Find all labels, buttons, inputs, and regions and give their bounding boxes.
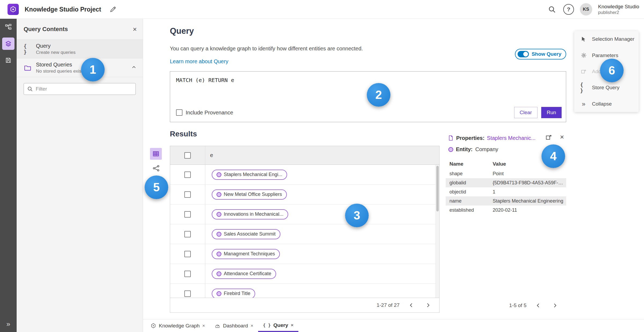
entity-chip[interactable]: Staplers Mechanical Engi... xyxy=(212,170,287,180)
tab-query[interactable]: { } Query × xyxy=(258,319,298,332)
chevron-up-icon[interactable] xyxy=(131,64,137,71)
add-to-map-icon xyxy=(580,69,587,74)
gear-icon xyxy=(580,52,587,58)
sidebar-item-stored-queries[interactable]: Stored Queries No stored queries exist xyxy=(17,58,143,77)
clear-button[interactable]: Clear xyxy=(514,107,537,118)
query-description: You can query a knowledge graph to ident… xyxy=(170,46,363,52)
help-icon[interactable]: ? xyxy=(563,4,574,15)
table-row[interactable]: Managment Techniques xyxy=(170,244,439,264)
filter-input[interactable] xyxy=(24,83,136,95)
property-row: established 2020-02-11 xyxy=(446,206,566,215)
table-row[interactable]: Firebird Title xyxy=(170,284,439,298)
save-icon[interactable] xyxy=(0,52,17,69)
show-query-toggle[interactable]: Show Query xyxy=(515,49,566,59)
braces-icon: { } xyxy=(24,43,32,55)
select-all-checkbox[interactable] xyxy=(184,152,191,159)
entity-chip[interactable]: Sales Associate Summit xyxy=(212,229,280,239)
row-checkbox[interactable] xyxy=(184,191,191,198)
scrollbar-thumb[interactable] xyxy=(436,166,439,211)
entity-chip[interactable]: Managment Techniques xyxy=(212,249,280,259)
user-name: publisher2 xyxy=(598,10,639,15)
table-row[interactable]: Staplers Mechanical Engi... xyxy=(170,165,439,185)
expand-strip-icon[interactable]: » xyxy=(0,318,17,330)
menu-item-store-query[interactable]: { } Store Query xyxy=(574,80,639,96)
property-row: objectid 1 xyxy=(446,187,566,196)
user-avatar[interactable]: KS xyxy=(580,3,592,16)
include-provenance-label: Include Provenance xyxy=(186,110,233,116)
entity-chip[interactable]: Attendance Certificate xyxy=(212,269,276,279)
close-panel-icon[interactable]: × xyxy=(133,26,137,33)
entity-chip[interactable]: New Metal Office Suppliers xyxy=(212,189,287,200)
close-properties-icon[interactable]: × xyxy=(560,133,564,140)
table-scrollbar[interactable] xyxy=(436,165,439,298)
include-provenance-checkbox[interactable] xyxy=(176,109,182,116)
row-checkbox[interactable] xyxy=(184,290,191,297)
property-row: globalid {5D9B4713-F98D-4A53-A59F-C11... xyxy=(446,178,566,187)
chevron-left-icon[interactable] xyxy=(407,300,416,310)
item-label: Stored Queries xyxy=(36,62,83,68)
project-contents-icon[interactable] xyxy=(0,19,17,35)
close-tab-icon[interactable]: × xyxy=(251,323,253,329)
chevron-left-icon[interactable] xyxy=(533,301,543,310)
tab-knowledge-graph[interactable]: Knowledge Graph × xyxy=(146,319,210,332)
row-checkbox[interactable] xyxy=(184,251,191,257)
menu-item-selection-manager[interactable]: Selection Manager xyxy=(574,31,639,47)
learn-more-link[interactable]: Learn more about Query xyxy=(170,58,228,65)
item-sublabel: Create new queries xyxy=(36,50,75,55)
entity-dot-icon xyxy=(217,212,221,217)
braces-icon: { } xyxy=(580,82,587,94)
close-tab-icon[interactable]: × xyxy=(202,323,205,329)
filter-field-wrap xyxy=(24,83,136,95)
panel-title: Query Contents xyxy=(24,26,133,33)
dashboard-icon xyxy=(215,323,220,329)
editor-footer: Include Provenance Clear Run xyxy=(176,106,562,119)
query-contents-panel: Query Contents × { } Query Create new qu… xyxy=(17,19,143,332)
annotation-badge-5: 5 xyxy=(145,176,168,199)
graph-view-icon[interactable] xyxy=(152,164,160,173)
properties-header: Properties: Staplers Mechanic... × xyxy=(446,133,566,143)
results-table-header: e xyxy=(170,146,439,165)
sidebar-item-query[interactable]: { } Query Create new queries xyxy=(17,40,143,58)
add-to-selection-icon[interactable] xyxy=(545,134,552,142)
row-checkbox[interactable] xyxy=(184,211,191,218)
table-row[interactable]: New Metal Office Suppliers xyxy=(170,185,439,204)
table-row[interactable]: Innovations in Mechanical... xyxy=(170,204,439,224)
row-checkbox[interactable] xyxy=(184,231,191,237)
entity-dot-icon xyxy=(217,172,221,177)
entity-chip[interactable]: Innovations in Mechanical... xyxy=(212,209,288,219)
search-icon[interactable] xyxy=(547,4,557,15)
annotation-badge-4: 4 xyxy=(541,144,565,168)
user-info: Knowledge Studio publisher2 xyxy=(598,3,639,16)
row-checkbox[interactable] xyxy=(184,271,191,277)
pagination-label: 1-5 of 5 xyxy=(509,303,526,308)
query-text-input[interactable]: MATCH (e) RETURN e xyxy=(170,72,566,89)
entity-label: Entity: xyxy=(456,146,473,152)
run-button[interactable]: Run xyxy=(541,107,562,118)
menu-item-collapse[interactable]: » Collapse xyxy=(574,96,639,112)
include-provenance-option: Include Provenance xyxy=(176,109,233,116)
table-row[interactable]: Attendance Certificate xyxy=(170,264,439,284)
close-tab-icon[interactable]: × xyxy=(291,323,294,328)
pagination-label: 1-27 of 27 xyxy=(376,302,400,308)
layers-icon[interactable] xyxy=(0,35,17,52)
left-icon-strip: » xyxy=(0,19,17,332)
entity-dot-icon xyxy=(217,232,221,237)
tab-dashboard[interactable]: Dashboard × xyxy=(210,319,258,332)
row-checkbox[interactable] xyxy=(184,171,191,178)
table-row[interactable]: Sales Associate Summit xyxy=(170,224,439,244)
entity-chip[interactable]: Firebird Title xyxy=(212,289,255,298)
results-pagination: 1-27 of 27 xyxy=(170,298,439,312)
property-row: shape Point xyxy=(446,169,566,178)
column-header-e: e xyxy=(205,152,213,158)
results-title: Results xyxy=(170,130,197,138)
entity-type: Company xyxy=(475,146,498,152)
chevron-right-icon[interactable] xyxy=(423,300,433,310)
edit-title-button[interactable] xyxy=(109,6,116,13)
chevron-right-icon[interactable] xyxy=(550,301,560,310)
properties-entity-link[interactable]: Staplers Mechanic... xyxy=(487,135,536,141)
results-rows: Staplers Mechanical Engi... New Metal Of… xyxy=(170,165,439,298)
item-label: Query xyxy=(36,43,75,49)
show-query-label: Show Query xyxy=(532,51,561,57)
properties-table: Name Value shape Point globalid {5D9B471… xyxy=(446,159,566,215)
table-view-icon[interactable] xyxy=(150,148,162,160)
